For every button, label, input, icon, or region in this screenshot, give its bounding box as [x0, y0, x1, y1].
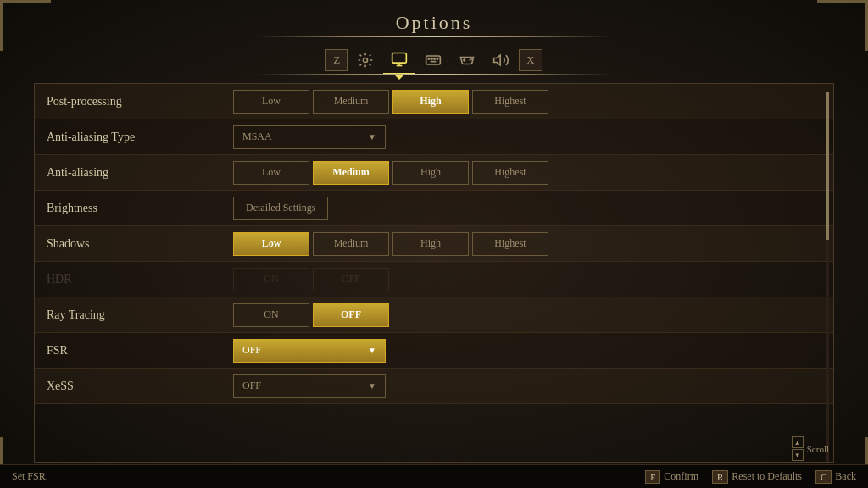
bottom-right-controls: F Confirm R Reset to Defaults C Back	[645, 470, 856, 484]
setting-controls-anti-aliasing-type: MSAA ▼	[233, 125, 821, 149]
anti-aliasing-type-dropdown[interactable]: MSAA ▼	[233, 125, 386, 149]
setting-row-anti-aliasing: Anti-aliasing Low Medium High Highest	[35, 155, 833, 191]
tab-keyboard[interactable]	[417, 46, 449, 75]
reset-btn[interactable]: R Reset to Defaults	[712, 470, 802, 484]
scroll-down-icon: ▼	[792, 449, 804, 461]
anti-aliasing-type-arrow: ▼	[368, 132, 376, 141]
setting-label-shadows: Shadows	[47, 237, 233, 251]
setting-controls-hdr: ON OFF	[233, 268, 821, 291]
setting-label-post-processing: Post-processing	[47, 95, 233, 108]
anti-aliasing-high[interactable]: High	[392, 161, 469, 185]
back-label: Back	[835, 470, 856, 483]
anti-aliasing-low[interactable]: Low	[233, 161, 309, 185]
tab-nav-underline	[256, 74, 612, 75]
tab-settings[interactable]	[349, 46, 381, 75]
setting-controls-xess: OFF ▼	[233, 374, 821, 398]
confirm-btn[interactable]: F Confirm	[645, 470, 698, 484]
setting-row-anti-aliasing-type: Anti-aliasing Type MSAA ▼	[35, 119, 833, 155]
setting-row-shadows: Shadows Low Medium High Highest	[35, 226, 833, 262]
hdr-off[interactable]: OFF	[313, 268, 389, 291]
post-processing-highest[interactable]: Highest	[472, 90, 548, 114]
shadows-high[interactable]: High	[392, 232, 469, 256]
hdr-on[interactable]: ON	[233, 268, 309, 291]
setting-label-ray-tracing: Ray Tracing	[47, 308, 233, 322]
post-processing-medium[interactable]: Medium	[313, 90, 389, 114]
confirm-key: F	[645, 470, 660, 484]
confirm-label: Confirm	[664, 470, 698, 483]
setting-controls-post-processing: Low Medium High Highest	[233, 90, 821, 114]
scroll-hint: ▲ ▼ Scroll	[792, 436, 829, 461]
scrollbar[interactable]	[825, 87, 830, 458]
scroll-hint-label: Scroll	[807, 444, 829, 454]
tab-display[interactable]	[383, 46, 415, 75]
scrollbar-thumb	[826, 92, 829, 240]
fsr-arrow: ▼	[368, 346, 376, 355]
setting-controls-shadows: Low Medium High Highest	[233, 232, 821, 256]
setting-row-post-processing: Post-processing Low Medium High Highest	[35, 84, 833, 119]
fsr-dropdown[interactable]: OFF ▼	[233, 339, 386, 363]
settings-area: Post-processing Low Medium High Highest …	[34, 83, 834, 463]
post-processing-low[interactable]: Low	[233, 90, 309, 114]
setting-row-xess: XeSS OFF ▼	[35, 369, 833, 404]
tab-nav: Z	[0, 41, 868, 75]
svg-point-12	[437, 58, 438, 60]
scroll-hint-icons: ▲ ▼	[792, 436, 804, 461]
ray-tracing-on[interactable]: ON	[233, 303, 309, 327]
setting-controls-anti-aliasing: Low Medium High Highest	[233, 161, 821, 185]
ray-tracing-off[interactable]: OFF	[313, 303, 389, 327]
svg-point-10	[434, 58, 436, 60]
tab-audio[interactable]	[485, 46, 517, 75]
shadows-medium[interactable]: Medium	[313, 232, 389, 256]
setting-row-brightness: Brightness Detailed Settings	[35, 191, 833, 226]
anti-aliasing-highest[interactable]: Highest	[472, 161, 548, 185]
svg-marker-14	[494, 55, 501, 65]
svg-rect-4	[426, 56, 441, 64]
title-underline	[256, 36, 612, 37]
svg-point-6	[428, 58, 430, 60]
reset-label: Reset to Defaults	[732, 470, 802, 483]
brightness-detailed-settings[interactable]: Detailed Settings	[233, 197, 328, 220]
anti-aliasing-medium[interactable]: Medium	[313, 161, 389, 185]
main-container: Options Z	[0, 0, 868, 488]
shadows-low[interactable]: Low	[233, 232, 309, 256]
back-btn[interactable]: C Back	[815, 470, 856, 484]
fsr-value: OFF	[242, 344, 261, 357]
scrollbar-track	[826, 92, 829, 463]
xess-arrow: ▼	[368, 381, 376, 391]
svg-rect-1	[392, 53, 407, 64]
svg-point-0	[364, 58, 368, 63]
scroll-up-icon: ▲	[792, 436, 804, 448]
svg-point-8	[431, 58, 433, 60]
bottom-status-text: Set FSR.	[12, 470, 48, 483]
setting-row-ray-tracing: Ray Tracing ON OFF	[35, 297, 833, 333]
xess-value: OFF	[242, 380, 261, 392]
back-key: C	[815, 470, 832, 484]
post-processing-high[interactable]: High	[392, 90, 469, 114]
setting-label-fsr: FSR	[47, 344, 233, 358]
setting-label-brightness: Brightness	[47, 202, 233, 215]
setting-controls-brightness: Detailed Settings	[233, 197, 821, 220]
reset-key: R	[712, 470, 728, 484]
anti-aliasing-type-value: MSAA	[242, 130, 272, 143]
setting-controls-ray-tracing: ON OFF	[233, 303, 821, 327]
tab-bracket-z[interactable]: Z	[326, 49, 348, 71]
setting-label-anti-aliasing: Anti-aliasing	[47, 166, 233, 180]
setting-row-fsr: FSR OFF ▼	[35, 333, 833, 369]
tab-controller[interactable]	[451, 46, 483, 75]
setting-label-xess: XeSS	[47, 380, 233, 393]
tab-icons-row: Z	[319, 46, 548, 75]
page-title: Options	[0, 12, 868, 34]
setting-label-hdr: HDR	[47, 273, 233, 286]
shadows-highest[interactable]: Highest	[472, 232, 548, 256]
setting-row-hdr: HDR ON OFF	[35, 262, 833, 297]
title-area: Options	[0, 0, 868, 41]
setting-controls-fsr: OFF ▼	[233, 339, 821, 363]
setting-label-anti-aliasing-type: Anti-aliasing Type	[47, 130, 233, 144]
bottom-bar: Set FSR. F Confirm R Reset to Defaults C…	[0, 464, 868, 488]
xess-dropdown[interactable]: OFF ▼	[233, 374, 386, 398]
tab-bracket-x[interactable]: X	[519, 49, 542, 71]
